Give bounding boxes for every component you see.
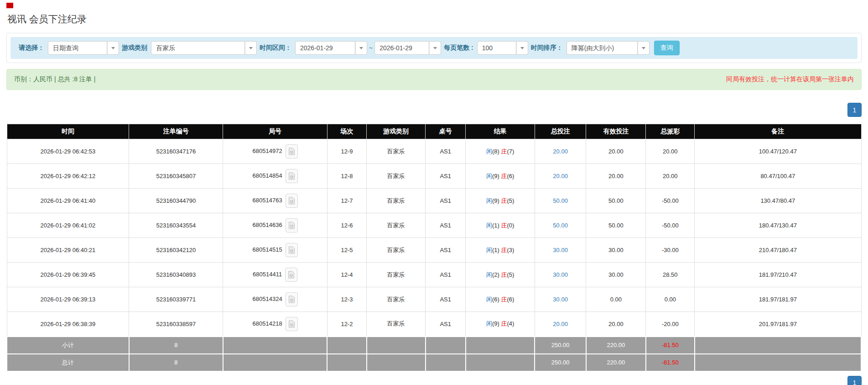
bet-records-table: 时间 注单编号 局号 场次 游戏类别 桌号 结果 总投注 有效投注 总派彩 备注…	[6, 124, 862, 372]
chevron-down-icon[interactable]	[107, 41, 119, 55]
result-player-label: 闲	[486, 173, 492, 179]
page-1-button[interactable]: 1	[847, 376, 862, 385]
page-size-value: 100	[477, 41, 516, 55]
table-number-cell: AS1	[426, 263, 466, 287]
query-type-select[interactable]: 日期查询	[48, 41, 119, 55]
result-banker-label: 庄	[501, 271, 507, 278]
result-cell: 闲(9) 庄(5)	[466, 189, 535, 213]
chevron-down-icon[interactable]	[638, 41, 650, 55]
bet-number-cell: 523160345807	[129, 164, 223, 189]
time-cell: 2026-01-29 06:38:39	[7, 312, 129, 337]
table-row: 2026-01-29 06:38:39 523160338597 6805142…	[7, 312, 861, 337]
game-category-value: 百家乐	[151, 41, 245, 55]
date-from-select[interactable]: 2026-01-29	[295, 41, 367, 55]
video-replay-icon[interactable]	[285, 268, 297, 282]
result-banker-score: (3)	[507, 247, 514, 253]
time-cell: 2026-01-29 06:42:53	[7, 139, 129, 164]
logo-mark	[6, 3, 13, 8]
total-bet-link[interactable]: 30.00	[553, 271, 568, 278]
payout-cell: -30.00	[646, 238, 695, 263]
total-bet-cell: 30.00	[535, 287, 586, 312]
game-category-cell: 百家乐	[367, 164, 426, 189]
total-bet-link[interactable]: 50.00	[553, 222, 568, 229]
result-cell: 闲(6) 庄(6)	[466, 287, 535, 312]
time-sort-select[interactable]: 降冪(由大到小)	[567, 41, 650, 55]
result-banker-label: 庄	[501, 148, 507, 155]
video-replay-icon[interactable]	[286, 243, 298, 257]
table-number-cell: AS1	[426, 213, 466, 238]
valid-bet-cell: 0.00	[586, 287, 646, 312]
chevron-down-icon[interactable]	[245, 41, 257, 55]
valid-bet-cell: 20.00	[586, 312, 646, 337]
payout-cell: 28.50	[646, 263, 695, 287]
video-replay-icon[interactable]	[286, 144, 298, 158]
session-cell: 12-8	[327, 164, 366, 189]
result-player-score: (6)	[492, 296, 499, 303]
page-size-select[interactable]: 100	[477, 41, 528, 55]
round-number: 680514324	[253, 295, 282, 302]
bet-number-cell: 523160344790	[129, 189, 223, 213]
table-header-row: 时间 注单编号 局号 场次 游戏类别 桌号 结果 总投注 有效投注 总派彩 备注	[7, 124, 861, 139]
result-player-label: 闲	[486, 197, 492, 204]
date-to-select[interactable]: 2026-01-29	[374, 41, 441, 55]
chevron-down-icon[interactable]	[516, 41, 528, 55]
video-replay-icon[interactable]	[286, 292, 298, 306]
time-cell: 2026-01-29 06:42:12	[7, 164, 129, 189]
remark-cell: 100.47/120.47	[695, 139, 861, 164]
game-category-select[interactable]: 百家乐	[151, 41, 257, 55]
result-banker-score: (6)	[507, 173, 514, 179]
session-cell: 12-6	[327, 213, 366, 238]
total-bet-link[interactable]: 20.00	[553, 321, 568, 327]
result-player-score: (8)	[492, 148, 499, 155]
search-button[interactable]: 查询	[654, 41, 680, 55]
time-cell: 2026-01-29 06:41:40	[7, 189, 129, 213]
result-cell: 闲(1) 庄(0)	[466, 213, 535, 238]
subtotal-label: 小计	[7, 337, 129, 354]
total-bet-link[interactable]: 30.00	[553, 247, 568, 253]
empty-cell	[327, 337, 366, 354]
total-bet-link[interactable]: 20.00	[553, 173, 568, 179]
game-category-cell: 百家乐	[367, 263, 426, 287]
round-number: 680514972	[253, 148, 282, 154]
header-total-bet: 总投注	[535, 124, 586, 139]
bet-number-cell: 523160340893	[129, 263, 223, 287]
payout-cell: -20.00	[646, 312, 695, 337]
video-replay-icon[interactable]	[286, 169, 298, 183]
remark-cell: 201.97/181.97	[695, 312, 861, 337]
table-row: 2026-01-29 06:41:02 523160343554 6805146…	[7, 213, 861, 238]
session-cell: 12-7	[327, 189, 366, 213]
round-number-cell: 680514854	[223, 164, 327, 189]
video-replay-icon[interactable]	[286, 317, 298, 331]
table-number-cell: AS1	[426, 164, 466, 189]
result-cell: 闲(1) 庄(3)	[466, 238, 535, 263]
summary-notice: 同局有效投注，统一计算在该局第一张注单内	[726, 75, 854, 84]
chevron-down-icon[interactable]	[355, 41, 367, 55]
game-category-cell: 百家乐	[367, 238, 426, 263]
result-banker-score: (6)	[507, 296, 514, 303]
round-number-cell: 680514218	[223, 312, 327, 337]
total-bet-link[interactable]: 30.00	[553, 296, 568, 303]
video-replay-icon[interactable]	[286, 194, 298, 208]
subtotal-valid-bet: 220.00	[586, 337, 646, 354]
chevron-down-icon[interactable]	[429, 41, 441, 55]
time-sort-label: 时间排序：	[531, 44, 563, 52]
page-1-button[interactable]: 1	[847, 103, 862, 117]
bet-number-cell: 523160347176	[129, 139, 223, 164]
total-bet-link[interactable]: 50.00	[553, 197, 568, 204]
subtotal-total-bet: 250.00	[535, 337, 586, 354]
remark-cell: 210.47/180.47	[695, 238, 861, 263]
subtotal-count: 8	[129, 337, 223, 354]
video-replay-icon[interactable]	[286, 218, 298, 232]
table-row: 2026-01-29 06:40:21 523160342120 6805145…	[7, 238, 861, 263]
valid-bet-cell: 50.00	[586, 189, 646, 213]
round-number: 680514854	[253, 172, 282, 179]
empty-cell	[367, 354, 426, 371]
result-banker-label: 庄	[501, 222, 507, 229]
table-number-cell: AS1	[426, 139, 466, 164]
total-bet-cell: 50.00	[535, 189, 586, 213]
valid-bet-cell: 20.00	[586, 139, 646, 164]
total-total-bet: 250.00	[535, 354, 586, 371]
total-bet-link[interactable]: 20.00	[553, 148, 568, 155]
game-category-cell: 百家乐	[367, 213, 426, 238]
result-player-score: (9)	[492, 320, 499, 327]
